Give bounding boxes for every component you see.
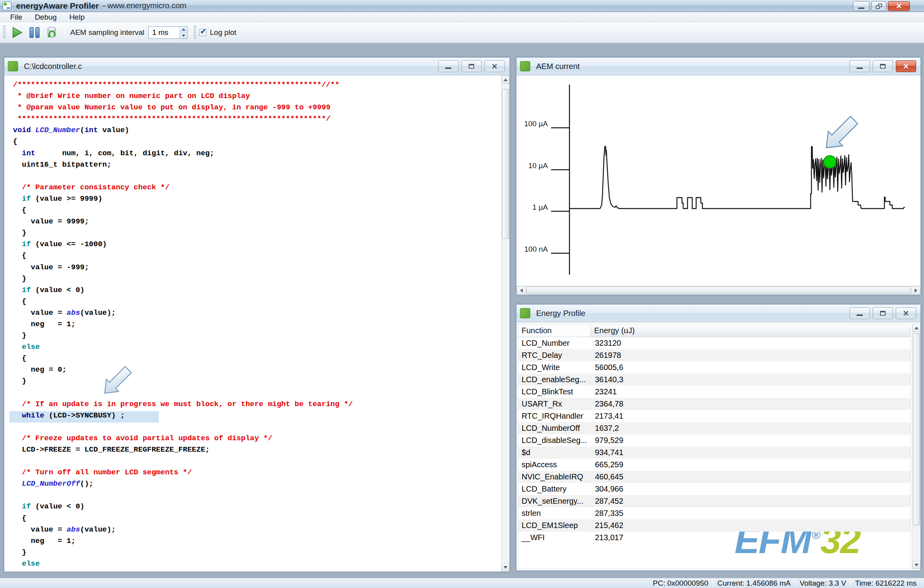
code-line[interactable]: else [4,343,500,354]
table-row[interactable]: LCD_NumberOff1637,2 [518,422,911,434]
reset-button[interactable] [43,24,60,41]
table-row[interactable]: strlen287,335 [518,507,911,519]
table-row[interactable]: LCD_BlinkTest23241 [518,386,911,398]
code-line[interactable]: } [4,548,500,559]
menu-file[interactable]: File [4,12,29,22]
code-line[interactable]: if (value <= -1000) [4,240,500,251]
code-scrollbar-thumb[interactable] [502,89,509,239]
code-line[interactable]: * @brief Write number on numeric part on… [4,92,500,103]
code-line[interactable]: else [4,559,500,571]
code-line[interactable]: /***************************************… [4,80,500,92]
table-row[interactable]: LCD_Battery304,966 [518,483,911,495]
code-line[interactable]: uint16_t bitpattern; [4,160,500,172]
code-line[interactable]: value = 9999; [4,217,500,229]
code-close-button[interactable]: ✕ [484,60,505,72]
code-window-titlebar[interactable]: C:\lcdcontroller.c ✕ [4,58,509,75]
aem-chart[interactable]: 100 µA 10 µA 1 µA 100 nA [517,76,920,285]
table-row[interactable]: DVK_setEnergy...287,452 [518,495,911,507]
code-line[interactable]: value = abs(value); [4,525,500,537]
scroll-up-button[interactable] [913,324,920,332]
aem-window-titlebar[interactable]: AEM current ✕ [517,58,920,75]
energy-vertical-scrollbar[interactable] [912,324,920,569]
code-line[interactable]: int num, i, com, bit, digit, div, neg; [4,149,500,160]
code-restore-button[interactable] [461,60,482,72]
scroll-down-button[interactable] [502,563,509,572]
column-header-energy[interactable]: Energy (uJ) [591,324,911,337]
code-line[interactable]: if (value >= 9999) [4,194,500,206]
toolbar-grip[interactable] [3,25,5,40]
code-editor[interactable]: /***************************************… [4,76,509,572]
code-line[interactable]: } [4,331,500,343]
code-vertical-scrollbar[interactable] [501,76,509,572]
code-line[interactable]: neg = 1; [4,320,500,331]
code-line[interactable]: /* Parameter consistancy check */ [4,183,500,194]
sampling-interval-stepper[interactable]: 1 ms [148,26,187,39]
code-line[interactable]: if (value < 0) [4,502,500,514]
column-header-function[interactable]: Function [518,324,591,337]
table-row[interactable]: LCD_Write56005,6 [518,361,911,374]
code-line[interactable]: } [4,274,500,286]
code-line[interactable]: { [4,297,500,309]
code-line[interactable]: if (value < 0) [4,286,500,297]
code-line[interactable]: LCD_NumberOff(); [4,479,500,491]
table-header[interactable]: Function Energy (uJ) [518,324,911,337]
aem-window-icon [520,61,530,71]
scroll-right-button[interactable] [911,287,920,294]
code-line[interactable] [4,491,500,502]
selection-marker[interactable] [824,156,836,168]
restore-button[interactable] [871,1,886,11]
code-line[interactable]: LCD->FREEZE = LCD_FREEZE_REGFREEZE_FREEZ… [4,445,500,457]
aem-close-button[interactable]: ✕ [896,60,916,72]
log-plot-checkbox[interactable]: ✔ [199,29,206,36]
minimize-button[interactable] [853,1,869,11]
spin-down-button[interactable] [180,33,187,39]
code-line[interactable]: { [4,206,500,217]
table-row[interactable]: NVIC_EnableIRQ460,645 [518,471,911,483]
scroll-up-button[interactable] [502,76,509,84]
table-row[interactable]: $d934,741 [518,446,911,459]
menu-help[interactable]: Help [63,12,91,22]
close-button[interactable]: ✕ [888,1,910,11]
code-line[interactable]: void LCD_Number(int value) [4,126,500,137]
code-line[interactable]: { [4,251,500,263]
energy-close-button[interactable]: ✕ [896,307,916,319]
code-line[interactable] [4,172,500,183]
energy-minimize-button[interactable] [849,307,870,319]
code-line[interactable] [4,457,500,468]
table-row[interactable]: LCD_EM1Sleep215,462 [518,519,911,532]
toolbar-grip-2[interactable] [194,25,196,40]
pause-button[interactable] [26,24,43,41]
code-minimize-button[interactable] [438,60,458,72]
aem-restore-button[interactable] [873,60,893,72]
aem-minimize-button[interactable] [849,60,870,72]
code-line[interactable]: * @param value Numeric value to put on d… [4,103,500,114]
code-line[interactable]: } [4,229,500,240]
aem-scrollbar-thumb[interactable] [526,287,911,294]
table-row[interactable]: LCD_enableSeg...36140,3 [518,374,911,386]
code-line[interactable]: { [4,137,500,149]
table-row[interactable]: LCD_Number323120 [518,337,911,349]
energy-restore-button[interactable] [873,307,893,319]
code-line[interactable]: { [4,514,500,525]
table-row[interactable]: spiAccess665,259 [518,459,911,471]
menu-debug[interactable]: Debug [29,12,63,22]
code-line[interactable]: value = -999; [4,263,500,274]
table-row[interactable]: RTC_Delay261978 [518,349,911,361]
code-line[interactable]: value = abs(value); [4,309,500,320]
table-row[interactable]: USART_Rx2364,78 [518,398,911,410]
aem-horizontal-scrollbar[interactable] [517,286,920,295]
code-line[interactable]: /* Turn off all number LCD segments */ [4,468,500,479]
energy-scrollbar-thumb[interactable] [913,333,920,525]
code-line[interactable]: /* Freeze updates to avoid partial updat… [4,434,500,445]
table-row[interactable]: RTC_IRQHandler2173,41 [518,410,911,422]
table-row[interactable]: __WFI213,017 [518,532,911,544]
energy-window-titlebar[interactable]: Energy Profile ✕ [517,305,920,322]
spin-up-button[interactable] [180,27,187,33]
scroll-down-button[interactable] [913,561,920,569]
play-button[interactable] [9,24,26,41]
code-line[interactable]: neg = 1; [4,537,500,548]
code-line[interactable]: ****************************************… [4,114,500,126]
aem-current-window: AEM current ✕ 100 µA 10 µA 1 µA 100 nA [516,57,921,295]
table-row[interactable]: LCD_disableSeg...979,529 [518,434,911,446]
scroll-left-button[interactable] [517,287,526,294]
